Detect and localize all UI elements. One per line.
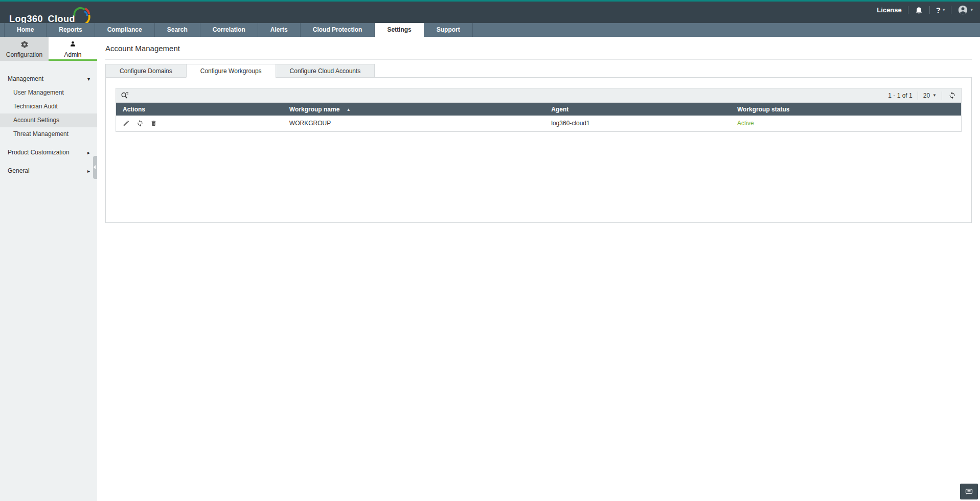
sidebar-item-account-settings[interactable]: Account Settings <box>0 113 97 127</box>
refresh-button[interactable] <box>947 92 957 99</box>
pagination-range: 1 - 1 of 1 <box>888 92 912 99</box>
sidebar-tab-label: Admin <box>49 51 97 58</box>
edit-button[interactable] <box>123 120 130 127</box>
sidebar-menu: Management ▾ User Management Technician … <box>0 61 97 178</box>
sidebar: Configuration Admin Management ▾ User Ma… <box>0 37 97 501</box>
chevron-right-icon: ▸ <box>87 146 90 160</box>
account-menu-button[interactable]: ▾ <box>958 5 973 15</box>
table-header-row: Actions Workgroup name ▲ Agent Workgroup… <box>116 103 961 116</box>
column-header-workgroup-status[interactable]: Workgroup status <box>737 106 961 113</box>
sidebar-group-label: General <box>8 167 30 174</box>
search-filter-icon <box>120 91 129 100</box>
main-nav: Home Reports Compliance Search Correlati… <box>0 23 980 37</box>
sidebar-tab-admin[interactable]: Admin <box>49 37 97 61</box>
chevron-right-icon: ▸ <box>87 164 90 178</box>
page-size-value: 20 <box>923 92 930 99</box>
divider <box>929 6 930 14</box>
notifications-button[interactable] <box>915 6 923 14</box>
page-title: Account Management <box>105 37 972 53</box>
chat-bubble-icon <box>964 487 974 496</box>
column-header-label: Workgroup name <box>289 106 339 113</box>
delete-button[interactable] <box>150 120 157 127</box>
trash-icon <box>150 120 157 127</box>
divider <box>951 6 951 14</box>
workgroups-panel: 1 - 1 of 1 20 ▼ Actions <box>105 77 972 223</box>
pencil-icon <box>123 120 130 127</box>
sidebar-group-management[interactable]: Management ▾ <box>0 72 97 86</box>
refresh-icon <box>948 92 956 99</box>
sync-icon <box>136 120 144 127</box>
search-button[interactable] <box>120 91 129 100</box>
top-bar: Log360 Cloud License ? ▾ ▾ <box>0 0 980 23</box>
divider <box>908 6 908 14</box>
divider <box>942 92 942 100</box>
license-button[interactable]: License <box>877 6 901 14</box>
divider <box>918 92 918 100</box>
sync-button[interactable] <box>136 120 144 127</box>
sidebar-item-technician-audit[interactable]: Technician Audit <box>0 100 97 113</box>
caret-down-icon: ▾ <box>943 7 945 12</box>
caret-down-icon: ▼ <box>932 93 937 98</box>
workgroups-table: 1 - 1 of 1 20 ▼ Actions <box>116 88 962 132</box>
sidebar-collapse-handle[interactable] <box>93 156 97 179</box>
nav-tab-correlation[interactable]: Correlation <box>200 23 258 37</box>
divider <box>105 59 972 60</box>
table-toolbar: 1 - 1 of 1 20 ▼ <box>116 88 961 103</box>
nav-tab-home[interactable]: Home <box>4 23 46 37</box>
sidebar-group-label: Management <box>8 75 43 82</box>
nav-tab-alerts[interactable]: Alerts <box>258 23 300 37</box>
sort-asc-icon: ▲ <box>347 107 351 112</box>
table-row: WORKGROUP log360-cloud1 Active <box>116 116 961 131</box>
nav-tab-support[interactable]: Support <box>424 23 473 37</box>
chat-button[interactable] <box>960 484 978 499</box>
admin-user-icon <box>69 40 77 49</box>
sidebar-item-user-management[interactable]: User Management <box>0 86 97 100</box>
column-header-agent[interactable]: Agent <box>551 106 737 113</box>
chevron-down-icon: ▾ <box>87 72 90 86</box>
sidebar-group-product-customization[interactable]: Product Customization ▸ <box>0 146 97 160</box>
sidebar-group-label: Product Customization <box>8 149 70 156</box>
sidebar-tab-configuration[interactable]: Configuration <box>0 37 49 61</box>
nav-tab-settings[interactable]: Settings <box>374 23 423 37</box>
nav-tab-reports[interactable]: Reports <box>46 23 94 37</box>
column-header-actions: Actions <box>116 106 289 113</box>
pagination: 1 - 1 of 1 20 ▼ <box>888 92 957 100</box>
sidebar-tab-label: Configuration <box>0 51 49 58</box>
sidebar-item-threat-management[interactable]: Threat Management <box>0 127 97 141</box>
user-avatar-icon <box>958 5 968 15</box>
help-icon: ? <box>936 6 941 14</box>
gear-icon <box>20 40 29 49</box>
main-content: Account Management Configure Domains Con… <box>97 37 980 501</box>
sidebar-group-general[interactable]: General ▸ <box>0 164 97 178</box>
column-header-workgroup-name[interactable]: Workgroup name ▲ <box>289 106 551 113</box>
nav-tab-cloud-protection[interactable]: Cloud Protection <box>300 23 375 37</box>
row-actions <box>116 120 289 127</box>
page-size-dropdown[interactable]: 20 ▼ <box>923 92 937 99</box>
status-badge: Active <box>737 120 961 127</box>
content-tabs: Configure Domains Configure Workgroups C… <box>105 64 972 78</box>
tab-configure-cloud-accounts[interactable]: Configure Cloud Accounts <box>276 64 375 78</box>
bell-icon <box>915 6 923 14</box>
cell-workgroup-name: WORKGROUP <box>289 120 551 127</box>
nav-tab-compliance[interactable]: Compliance <box>95 23 154 37</box>
nav-tab-search[interactable]: Search <box>154 23 200 37</box>
help-menu-button[interactable]: ? ▾ <box>936 6 945 14</box>
caret-down-icon: ▾ <box>970 7 973 12</box>
cell-agent: log360-cloud1 <box>551 120 737 127</box>
tab-configure-domains[interactable]: Configure Domains <box>105 64 186 78</box>
tab-configure-workgroups[interactable]: Configure Workgroups <box>186 64 276 78</box>
